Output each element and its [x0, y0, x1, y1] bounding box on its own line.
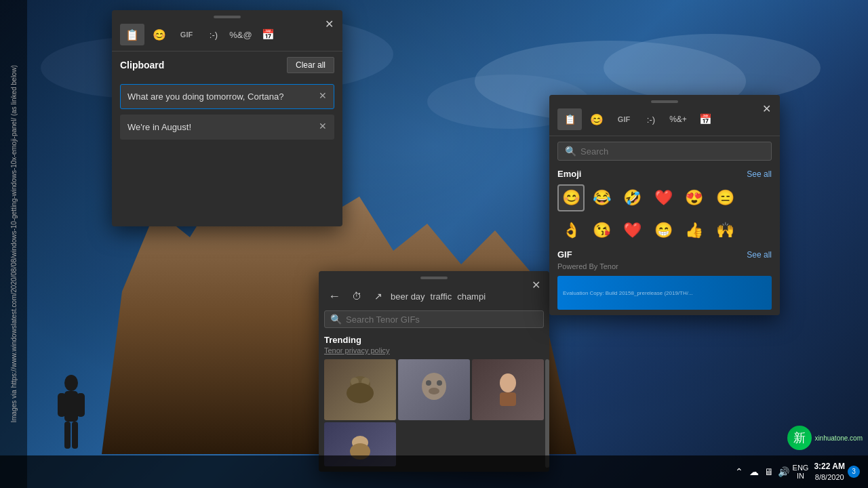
taskbar: ⌃ ☁ 🖥 🔊 ENG IN 3:22 AM 8/8/2020 3 [0, 455, 868, 488]
gif-thumbnail[interactable] [472, 359, 544, 420]
watermark-text: xinhuatone.com [814, 434, 863, 442]
gif-panel-header: ← ⏱ ↗ beer day traffic champi [319, 282, 549, 310]
emoji-face-tab[interactable]: 😊 [585, 108, 609, 130]
gif-preview-strip: Evaluation Copy: Build 20158_prerelease … [557, 276, 772, 310]
gif-thumbnail[interactable] [324, 359, 396, 420]
emoji-gif-tab[interactable]: GIF [612, 108, 636, 130]
svg-rect-10 [77, 393, 85, 417]
watermark-logo: 新 [787, 426, 812, 450]
emoji-cell-grin[interactable]: 😁 [650, 217, 677, 244]
emoji-cell-heart[interactable]: ❤️ [650, 184, 677, 211]
svg-point-16 [347, 383, 374, 403]
emoji-cell-heart-eyes[interactable]: 😍 [681, 184, 708, 211]
svg-point-7 [64, 375, 78, 391]
left-sidebar-text: Images via https://www.windowslatest.com… [0, 0, 27, 488]
emoji-cell-expressionless[interactable]: 😑 [711, 184, 738, 211]
clipboard-close-button[interactable]: ✕ [321, 16, 337, 32]
cloud-icon[interactable]: ☁ [748, 466, 760, 478]
symbols-tab-button[interactable]: %&@ [229, 24, 253, 45]
emoji-cell-joy[interactable]: 😂 [588, 184, 615, 211]
clipboard-tab-button[interactable]: 📋 [120, 24, 144, 45]
clipboard-toolbar: 📋 😊 GIF :-) %&@ 📅 [112, 21, 342, 52]
emoji-kaomoji-tab[interactable]: :-) [639, 108, 663, 130]
taskbar-clock[interactable]: 3:22 AM 8/8/2020 [814, 462, 845, 482]
gif-search-icon: 🔍 [330, 314, 342, 325]
gif-scrollbar[interactable] [545, 359, 549, 468]
svg-rect-11 [64, 422, 71, 449]
svg-point-2 [604, 34, 821, 102]
svg-rect-9 [58, 393, 66, 417]
emoji-search-bar: 🔍 [557, 142, 772, 161]
svg-point-18 [426, 380, 431, 386]
gif-tag-champi[interactable]: champi [457, 291, 486, 302]
svg-point-17 [422, 373, 446, 400]
gif-panel: ✕ ← ⏱ ↗ beer day traffic champi 🔍 Trendi… [319, 271, 549, 472]
gif-back-button[interactable]: ← [324, 286, 344, 306]
clipboard-item[interactable]: We're in August! ✕ [120, 115, 334, 140]
emoji-cell-kiss[interactable]: 😘 [588, 217, 615, 244]
svg-point-19 [437, 380, 442, 386]
clipboard-item-text: What are you doing tomorrow, Cortana? [127, 92, 284, 102]
clear-all-button[interactable]: Clear all [287, 57, 334, 73]
clipboard-item[interactable]: What are you doing tomorrow, Cortana? ✕ [120, 84, 334, 109]
emoji-cell-heart2[interactable]: ❤️ [619, 217, 646, 244]
emoji-cell-rofl[interactable]: 🤣 [619, 184, 646, 211]
gif-thumbnail[interactable] [398, 359, 470, 420]
gif-tags-container: beer day traffic champi [391, 291, 486, 302]
emoji-cell-thumbsup[interactable]: 👍 [681, 217, 708, 244]
gif-tag-traffic[interactable]: traffic [431, 291, 452, 302]
tenor-privacy-link[interactable]: Tenor privacy policy [319, 346, 549, 357]
emoji-close-button[interactable]: ✕ [758, 100, 774, 117]
svg-point-21 [500, 373, 516, 392]
drag-handle[interactable] [420, 277, 448, 279]
emoji-cell-grinning[interactable]: 😊 [557, 184, 585, 211]
svg-rect-8 [64, 391, 78, 422]
gif-see-all-button[interactable]: See all [747, 250, 772, 260]
emoji-clipboard-tab[interactable]: 📋 [557, 108, 582, 130]
chevron-up-icon[interactable]: ⌃ [733, 466, 745, 478]
emoji-section-header: Emoji See all [549, 166, 780, 182]
emoji-see-all-button[interactable]: See all [747, 169, 772, 179]
emoji-cell-ok[interactable]: 👌 [557, 217, 585, 244]
gif-tag-beer[interactable]: beer day [391, 291, 425, 302]
emoji-tab-button[interactable]: 😊 [147, 24, 172, 45]
emoji-symbols-tab[interactable]: %&+ [666, 108, 690, 130]
clipboard-panel: ✕ 📋 😊 GIF :-) %&@ 📅 Clipboard Clear all … [112, 10, 342, 226]
gif-search-input[interactable] [346, 314, 538, 325]
monitor-icon[interactable]: 🖥 [763, 466, 775, 478]
volume-icon[interactable]: 🔊 [778, 466, 790, 478]
drag-handle[interactable] [651, 100, 678, 103]
notification-badge[interactable]: 3 [848, 466, 860, 478]
clipboard-header: Clipboard Clear all [112, 52, 342, 79]
clipboard-item-text: We're in August! [127, 122, 191, 132]
clipboard-item-close-button[interactable]: ✕ [316, 119, 330, 133]
emoji-search-input[interactable] [580, 146, 764, 157]
history-tab-button[interactable]: 📅 [256, 24, 280, 45]
powered-by-tenor: Powered By Tenor [549, 262, 780, 273]
gif-section-title: GIF [557, 249, 572, 260]
taskbar-system-tray: ⌃ ☁ 🖥 🔊 ENG IN 3:22 AM 8/8/2020 3 [733, 462, 863, 482]
emoji-toolbar: 📋 😊 GIF :-) %&+ 📅 [549, 106, 780, 136]
svg-point-20 [429, 388, 439, 394]
emoji-history-tab[interactable]: 📅 [693, 108, 717, 130]
emoji-section-title: Emoji [557, 169, 581, 179]
emoji-cell-raised-hands[interactable]: 🙌 [711, 217, 738, 244]
gif-search-bar: 🔍 [324, 310, 544, 328]
gif-section-header: GIF See all [549, 247, 780, 262]
emoji-grid-row2: 👌 😘 ❤️ 😁 👍 🙌 [549, 214, 780, 247]
trending-label: Trending [319, 332, 549, 346]
clipboard-item-close-button[interactable]: ✕ [316, 89, 330, 102]
gif-history-button[interactable]: ⏱ [347, 287, 366, 306]
gif-tab-button[interactable]: GIF [174, 24, 199, 45]
svg-rect-12 [72, 422, 78, 449]
gif-close-button[interactable]: ✕ [528, 277, 544, 293]
gif-trend-button[interactable]: ↗ [369, 287, 388, 306]
drag-handle[interactable] [214, 16, 241, 18]
eval-text: Evaluation Copy: Build 20158_prerelease … [563, 290, 693, 296]
clipboard-title: Clipboard [120, 60, 164, 70]
kaomoji-tab-button[interactable]: :-) [201, 24, 226, 45]
language-indicator[interactable]: ENG IN [793, 464, 809, 480]
emoji-grid-row1: 😊 😂 🤣 ❤️ 😍 😑 [549, 182, 780, 214]
svg-rect-22 [500, 392, 516, 406]
emoji-search-icon: 🔍 [565, 146, 576, 157]
